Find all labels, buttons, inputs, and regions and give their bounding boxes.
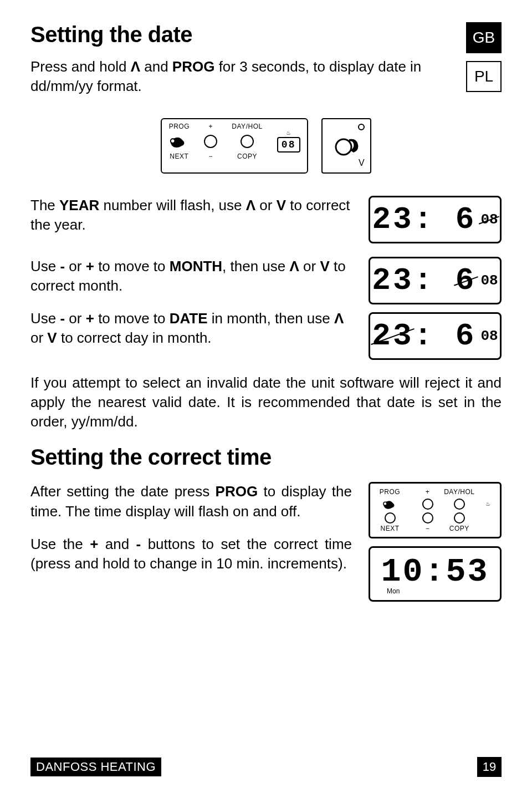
time-step-1: After setting the date press PROG to dis… (30, 482, 352, 521)
text: - (60, 258, 65, 275)
dial-v-label: V (359, 158, 365, 168)
hand-press-icon (168, 133, 190, 150)
flame-icon: ♨ (485, 501, 490, 507)
lcd-time-day: Mon (387, 587, 400, 595)
label-next: NEXT (381, 525, 400, 532)
copy-button[interactable] (454, 512, 465, 523)
up-symbol: Λ (334, 310, 344, 327)
lcd-year: 23: 6 08 (369, 196, 502, 243)
text: , then use (222, 258, 289, 275)
text: Use the (30, 536, 90, 552)
text: - (60, 310, 65, 327)
hand-turn-icon (332, 134, 360, 158)
flame-icon: ♨ (286, 130, 291, 136)
up-symbol: Λ (246, 197, 255, 214)
lcd-main-digits: 23: 6 (372, 202, 476, 237)
text: - (136, 536, 141, 552)
lcd-sub-digits: 08 (480, 272, 498, 289)
svg-point-0 (171, 139, 175, 143)
lcd-main-digits: 23: 6 (372, 318, 476, 354)
lcd-time: 10:53 Mon (369, 546, 502, 602)
text: YEAR (59, 197, 99, 214)
text: + (90, 536, 98, 552)
text: + (86, 258, 94, 275)
text: MONTH (170, 258, 222, 275)
lcd-month: 23: 6 08 (369, 257, 502, 304)
up-symbol: Λ (290, 258, 299, 275)
text: and (98, 536, 136, 552)
text: in month, then use (208, 310, 334, 327)
text: to correct day in month. (57, 329, 212, 346)
step-date-text: Use - or + to move to DATE in month, the… (30, 309, 352, 348)
label-minus: − (204, 153, 217, 160)
text: or (30, 329, 47, 346)
label-copy: COPY (232, 153, 262, 160)
small-lcd: 08 (277, 137, 300, 153)
label-copy: COPY (449, 525, 469, 532)
section-title-date: Setting the date (30, 22, 455, 47)
dayhol-button[interactable] (241, 135, 254, 148)
label-prog: PROG (380, 488, 400, 496)
label-dayhol: DAY/HOL (232, 123, 262, 130)
minus-button[interactable] (422, 512, 433, 523)
text: to move to (94, 258, 170, 275)
svg-point-2 (383, 502, 387, 506)
text: PROG (216, 483, 258, 500)
hand-press-icon (382, 497, 398, 511)
text: Use (30, 310, 60, 327)
text: + (86, 310, 94, 327)
prog-label: PROG (172, 58, 215, 75)
text: or (65, 258, 86, 275)
step-month-text: Use - or + to move to MONTH, then use Λ … (30, 257, 352, 296)
text: number will flash, use (99, 197, 245, 214)
lcd-sub-digits: 08 (480, 328, 498, 344)
lcd-date: 23: 6 08 (369, 312, 502, 360)
lang-tab-pl[interactable]: PL (466, 61, 502, 92)
lcd-time-digits: 10:53 (381, 553, 489, 591)
intro-paragraph: Press and hold Λ and PROG for 3 seconds,… (30, 57, 455, 96)
label-plus: + (426, 488, 430, 496)
text: Use (30, 258, 60, 275)
label-dayhol: DAY/HOL (444, 488, 474, 496)
footer-page-number: 19 (477, 757, 502, 777)
label-minus: − (426, 525, 430, 532)
text: or (65, 310, 86, 327)
time-step-2: Use the + and - buttons to set the corre… (30, 535, 352, 573)
label-next: NEXT (168, 153, 190, 160)
dial-indicator-icon (358, 124, 365, 130)
text: The (30, 197, 59, 214)
text: Press and hold (30, 58, 131, 75)
text: or (299, 258, 320, 275)
text: After setting the date press (30, 483, 216, 500)
text: to move to (94, 310, 170, 327)
next-button[interactable] (385, 512, 396, 523)
up-symbol: Λ (131, 58, 140, 75)
control-panel-small: PROG + DAY/HOL ♨ NEXT − (369, 482, 502, 538)
svg-point-1 (336, 139, 351, 155)
plus-button[interactable] (422, 499, 433, 510)
lang-tab-gb[interactable]: GB (466, 22, 502, 53)
down-symbol: V (320, 258, 329, 275)
text: and (140, 58, 172, 75)
down-symbol: V (47, 329, 57, 346)
lcd-year-digits: 08 (480, 211, 498, 228)
text: DATE (170, 310, 208, 327)
plus-button[interactable] (204, 135, 217, 148)
label-prog: PROG (168, 123, 190, 130)
invalid-date-note: If you attempt to select an invalid date… (30, 373, 502, 431)
down-symbol: V (277, 197, 286, 214)
label-plus: + (204, 123, 217, 130)
step-year-text: The YEAR number will flash, use Λ or V t… (30, 196, 352, 235)
control-panel: PROG + DAY/HOL ♨ 08 NEXT − COPY (161, 118, 308, 174)
footer-brand: DANFOSS HEATING (30, 758, 161, 776)
side-dial: V (321, 118, 371, 174)
dayhol-button[interactable] (454, 499, 465, 510)
text: or (255, 197, 277, 214)
section-title-time: Setting the correct time (30, 445, 502, 470)
lcd-main-digits: 23: 6 (372, 263, 476, 298)
figure-controls-top: PROG + DAY/HOL ♨ 08 NEXT − COPY V (30, 118, 502, 174)
